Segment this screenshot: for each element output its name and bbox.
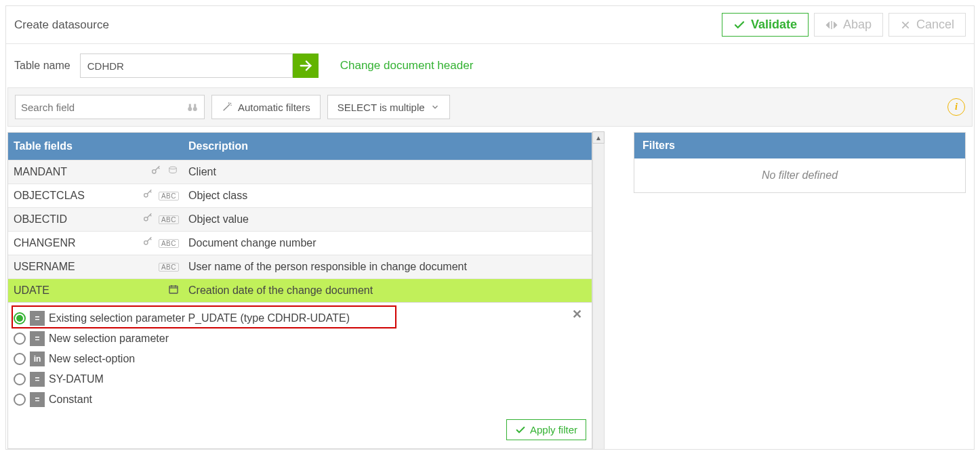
svg-line-21 — [150, 215, 151, 216]
field-name: CHANGENR — [14, 237, 136, 249]
svg-point-19 — [144, 217, 148, 221]
scroll-up-arrow[interactable]: ▲ — [592, 131, 605, 144]
svg-rect-6 — [189, 104, 191, 108]
radio-button[interactable] — [14, 353, 26, 365]
wand-icon — [222, 102, 232, 112]
svg-point-16 — [144, 194, 148, 197]
key-icon — [142, 236, 153, 250]
table-row[interactable]: OBJECTIDABCObject value — [8, 207, 592, 231]
svg-rect-7 — [194, 104, 196, 108]
go-button[interactable] — [293, 54, 319, 78]
tablename-label: Table name — [14, 60, 70, 72]
operator-badge: = — [30, 372, 45, 387]
operator-badge: = — [30, 331, 45, 346]
type-abc-icon: ABC — [159, 215, 179, 224]
search-input[interactable] — [21, 102, 177, 113]
chevron-down-icon — [430, 102, 440, 112]
validate-button[interactable]: Validate — [722, 13, 809, 37]
field-name: OBJECTCLAS — [14, 190, 136, 202]
check-icon — [733, 19, 746, 31]
field-description: Object class — [184, 190, 592, 202]
close-options-icon[interactable]: ✕ — [572, 307, 582, 322]
page-title: Create datasource — [14, 18, 109, 32]
svg-point-12 — [152, 170, 156, 173]
field-name: UDATE — [14, 284, 136, 297]
radio-button[interactable] — [14, 333, 26, 345]
type-abc-icon: ABC — [159, 263, 179, 272]
svg-point-5 — [193, 107, 197, 111]
apply-filter-button[interactable]: Apply filter — [506, 419, 586, 440]
svg-line-24 — [150, 238, 151, 240]
field-description: Document change number — [184, 237, 592, 249]
abap-button: Abap — [814, 13, 883, 37]
filter-option[interactable]: =New selection parameter — [14, 328, 586, 349]
option-label: New select-option — [49, 353, 135, 365]
search-field-container[interactable] — [15, 95, 205, 119]
table-row[interactable]: MANDANTClient — [8, 160, 592, 184]
cancel-button[interactable]: Cancel — [889, 13, 966, 37]
operator-badge: = — [30, 392, 45, 407]
type-abc-icon: ABC — [159, 239, 179, 248]
database-icon — [167, 166, 179, 178]
option-label: SY-DATUM — [49, 373, 104, 385]
vertical-scrollbar[interactable] — [592, 144, 605, 449]
table-row[interactable]: CHANGENRABCDocument change number — [8, 231, 592, 255]
fields-grid: Table fields Description MANDANTClientOB… — [7, 132, 592, 303]
field-description: User name of the person responsible in c… — [184, 261, 592, 273]
col-header-desc: Description — [184, 140, 592, 152]
automatic-filters-button[interactable]: Automatic filters — [211, 95, 321, 119]
code-icon — [825, 19, 838, 31]
option-label: New selection parameter — [49, 333, 169, 345]
field-name: USERNAME — [14, 261, 136, 273]
field-description: Client — [184, 166, 592, 178]
key-icon — [142, 213, 153, 226]
check-icon — [515, 425, 526, 435]
svg-rect-25 — [169, 286, 178, 293]
svg-point-15 — [169, 167, 177, 169]
filter-option[interactable]: =Constant — [14, 389, 586, 410]
field-name: OBJECTID — [14, 213, 136, 226]
operator-badge: = — [30, 311, 45, 326]
arrow-right-icon — [298, 58, 313, 73]
table-row[interactable]: USERNAMEABCUser name of the person respo… — [8, 255, 592, 278]
svg-line-8 — [224, 104, 230, 110]
info-icon[interactable]: i — [947, 98, 965, 116]
option-label: Constant — [49, 393, 92, 406]
table-row[interactable]: OBJECTCLASABCObject class — [8, 184, 592, 207]
select-mode-dropdown[interactable]: SELECT is multiple — [327, 95, 450, 119]
svg-point-22 — [144, 241, 148, 244]
svg-line-9 — [230, 103, 231, 104]
col-header-fields: Table fields — [8, 140, 184, 152]
field-name: MANDANT — [14, 166, 136, 178]
tablename-input[interactable] — [80, 54, 293, 78]
svg-line-14 — [158, 167, 159, 169]
close-icon — [900, 20, 911, 30]
filter-option[interactable]: =Existing selection parameter P_UDATE (t… — [14, 308, 586, 328]
key-icon — [150, 165, 161, 179]
operator-badge: in — [30, 352, 45, 366]
calendar-icon — [168, 284, 179, 297]
radio-button[interactable] — [14, 393, 26, 406]
radio-button[interactable] — [14, 312, 26, 324]
filter-option[interactable]: inNew select-option — [14, 349, 586, 369]
filters-empty-text: No filter defined — [634, 158, 965, 192]
key-icon — [142, 189, 153, 203]
table-description: Change document header — [340, 59, 474, 72]
svg-point-4 — [188, 107, 192, 111]
svg-line-18 — [150, 191, 151, 192]
radio-button[interactable] — [14, 373, 26, 385]
field-description: Creation date of the change document — [184, 284, 592, 297]
option-label: Existing selection parameter P_UDATE (ty… — [49, 312, 350, 324]
table-row[interactable]: UDATECreation date of the change documen… — [8, 278, 592, 302]
type-abc-icon: ABC — [159, 192, 179, 200]
field-description: Object value — [184, 213, 592, 226]
filters-header: Filters — [634, 133, 965, 158]
filter-option[interactable]: =SY-DATUM — [14, 369, 586, 389]
binoculars-icon — [186, 101, 199, 113]
